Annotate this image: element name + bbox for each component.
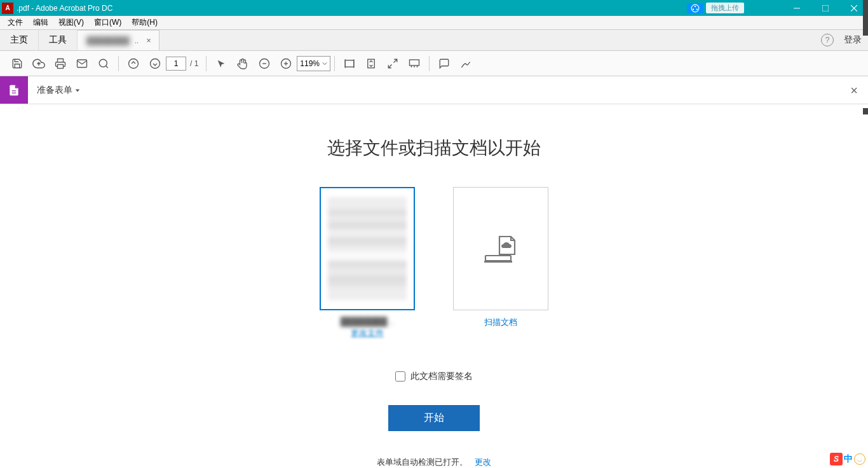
svg-point-12 <box>129 59 139 68</box>
menu-window[interactable]: 窗口(W) <box>89 16 126 29</box>
menu-help[interactable]: 帮助(H) <box>126 16 163 29</box>
svg-point-13 <box>151 59 160 68</box>
menu-bar: 文件 编辑 视图(V) 窗口(W) 帮助(H) <box>0 16 868 30</box>
svg-marker-31 <box>76 89 79 92</box>
svg-point-1 <box>695 5 696 6</box>
page-total: / 1 <box>190 59 198 68</box>
svg-line-23 <box>394 59 397 62</box>
footer-status: 表单域自动检测已打开。 <box>377 457 468 467</box>
scan-document-label: 扫描文档 <box>484 317 517 328</box>
save-icon[interactable] <box>6 53 28 74</box>
document-thumbnail <box>320 187 415 310</box>
scrollbar-thumb[interactable] <box>863 0 868 36</box>
zoom-value: 119% <box>300 59 320 68</box>
svg-point-3 <box>696 8 698 10</box>
cloud-badge[interactable] <box>687 3 703 13</box>
title-bar: A .pdf - Adobe Acrobat Pro DC 拖拽上传 <box>0 0 868 16</box>
separator <box>334 56 335 71</box>
window-title: .pdf - Adobe Acrobat Pro DC <box>17 4 112 13</box>
sign-icon[interactable] <box>455 53 477 74</box>
ime-chinese-icon[interactable]: 中 <box>844 453 853 465</box>
tab-tools[interactable]: 工具 <box>39 30 78 50</box>
svg-rect-32 <box>485 256 511 261</box>
svg-rect-25 <box>410 60 419 65</box>
menu-edit[interactable]: 编辑 <box>28 16 53 29</box>
page-number-input[interactable] <box>166 57 186 71</box>
minimize-button[interactable] <box>782 0 811 16</box>
comment-icon[interactable] <box>433 53 455 74</box>
signature-checkbox[interactable] <box>395 371 405 382</box>
main-content: 选择文件或扫描文档以开始 ████████ .. 更改文件 扫描文档 <box>0 104 868 468</box>
signature-checkbox-label: 此文档需要签名 <box>410 371 473 382</box>
zoom-in-icon[interactable] <box>275 53 297 74</box>
svg-point-10 <box>99 59 107 67</box>
svg-rect-19 <box>345 60 354 67</box>
hand-tool-icon[interactable] <box>232 53 254 74</box>
app-icon: A <box>2 3 13 14</box>
svg-line-24 <box>388 64 391 67</box>
select-file-card[interactable]: ████████ .. 更改文件 <box>320 187 415 339</box>
toolbar: / 1 119% <box>0 51 868 76</box>
zoom-dropdown[interactable]: 119% <box>297 56 330 71</box>
start-button[interactable]: 开始 <box>388 405 480 431</box>
login-link[interactable]: 登录 <box>844 34 862 46</box>
svg-rect-33 <box>484 261 512 263</box>
separator <box>429 56 430 71</box>
close-panel-icon[interactable]: × <box>848 80 860 100</box>
svg-point-0 <box>691 4 699 12</box>
ime-tray: S 中 ◡ <box>830 453 865 465</box>
svg-point-2 <box>693 8 694 10</box>
svg-rect-5 <box>822 5 829 11</box>
scanner-thumbnail <box>453 187 548 310</box>
selection-tool-icon[interactable] <box>210 53 232 74</box>
separator <box>118 56 119 71</box>
menu-file[interactable]: 文件 <box>3 16 28 29</box>
cloud-icon[interactable] <box>28 53 50 74</box>
prepare-form-label: 准备表单 <box>37 85 72 96</box>
signature-checkbox-row: 此文档需要签名 <box>0 371 868 382</box>
prepare-form-dropdown[interactable]: 准备表单 <box>28 76 89 104</box>
file-name-label: ████████ .. <box>341 317 395 326</box>
document-tab-name: ████████ <box>86 36 130 45</box>
change-file-link[interactable]: 更改文件 <box>351 327 384 339</box>
tab-close-icon[interactable]: × <box>144 36 154 45</box>
page-heading: 选择文件或扫描文档以开始 <box>0 136 868 160</box>
help-icon[interactable]: ? <box>821 34 834 46</box>
scrollbar-arrow[interactable] <box>863 108 868 114</box>
search-icon[interactable] <box>93 53 114 74</box>
tab-home[interactable]: 主页 <box>0 30 39 50</box>
fit-page-icon[interactable] <box>360 53 382 74</box>
scan-document-card[interactable]: 扫描文档 <box>453 187 548 339</box>
scanner-icon <box>483 233 519 265</box>
menu-view[interactable]: 视图(V) <box>53 16 89 29</box>
page-down-icon[interactable] <box>144 53 166 74</box>
ime-sogou-icon[interactable]: S <box>830 453 843 465</box>
tabs-row: 主页 工具 ████████ .. × ? 登录 <box>0 30 868 51</box>
print-icon[interactable] <box>50 53 71 74</box>
separator <box>206 56 207 71</box>
fit-width-icon[interactable] <box>339 53 360 74</box>
footer-change-link[interactable]: 更改 <box>475 457 491 467</box>
choice-row: ████████ .. 更改文件 扫描文档 <box>0 187 868 339</box>
document-tab[interactable]: ████████ .. × <box>78 30 159 50</box>
read-mode-icon[interactable] <box>403 53 425 74</box>
svg-line-11 <box>105 65 107 67</box>
footer-text: 表单域自动检测已打开。 更改 <box>0 457 868 468</box>
chevron-down-icon <box>322 61 327 66</box>
maximize-button[interactable] <box>811 0 839 16</box>
form-document-icon <box>0 76 28 104</box>
fullscreen-icon[interactable] <box>382 53 403 74</box>
mail-icon[interactable] <box>71 53 93 74</box>
prepare-form-bar: 准备表单 × <box>0 76 868 104</box>
page-up-icon[interactable] <box>123 53 144 74</box>
svg-rect-8 <box>58 64 64 68</box>
drag-upload-button[interactable]: 拖拽上传 <box>706 3 744 13</box>
ime-emoji-icon[interactable]: ◡ <box>854 453 865 465</box>
chevron-down-icon <box>75 88 80 93</box>
zoom-out-icon[interactable] <box>254 53 275 74</box>
